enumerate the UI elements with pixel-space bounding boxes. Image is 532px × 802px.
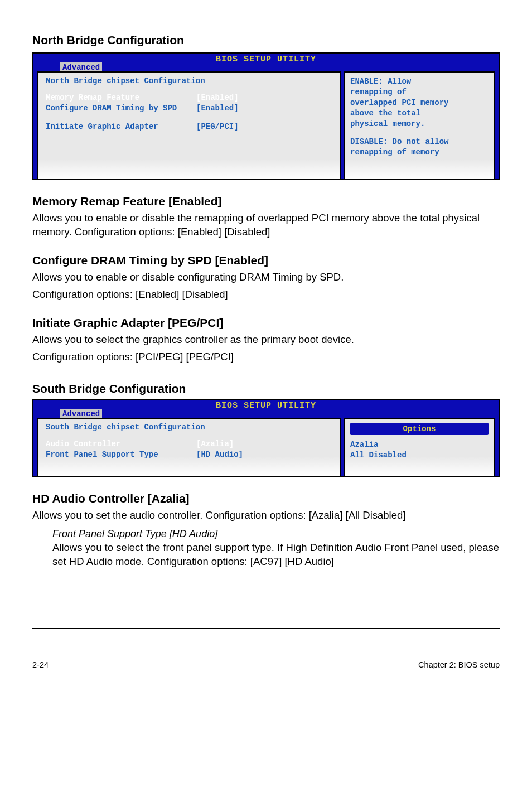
bios-row-value: [Azalia] [196, 439, 234, 450]
bios-row-value: [Enabled] [196, 103, 239, 114]
bios-title: BIOS SETUP UTILITY [33, 54, 499, 64]
heading-configure-dram: Configure DRAM Timing by SPD [Enabled] [32, 254, 500, 267]
bios-row-label: Memory Remap Feature [46, 93, 196, 103]
bios-row-configure-dram[interactable]: Configure DRAM Timing by SPD [Enabled] [46, 103, 332, 114]
paragraph-configure-dram: Allows you to enable or disable configur… [32, 270, 500, 284]
bios-row-value: [HD Audio] [196, 450, 243, 460]
bios-help-line: overlapped PCI memory [350, 98, 489, 108]
bios-options-header: Options [350, 423, 489, 435]
bios-help-line: above the total [350, 108, 489, 119]
bios-help-panel: ENABLE: Allow remapping of overlapped PC… [344, 71, 495, 179]
bios-help-panel: Options Azalia All Disabled [344, 418, 495, 476]
bios-panel-north-bridge: BIOS SETUP UTILITY Advanced North Bridge… [32, 52, 500, 180]
bios-option: All Disabled [350, 450, 489, 461]
bios-row-initiate-graphic[interactable]: Initiate Graphic Adapter [PEG/PCI] [46, 122, 332, 132]
page-footer: 2-24 Chapter 2: BIOS setup [0, 632, 532, 686]
bios-panel-heading: North Bridge chipset Configuration [46, 76, 332, 88]
bios-panel-heading: South Bridge chipset Configuration [46, 423, 332, 434]
bios-title: BIOS SETUP UTILITY [33, 400, 499, 410]
bios-help-line: remapping of [350, 87, 489, 98]
bios-row-front-panel[interactable]: Front Panel Support Type [HD Audio] [46, 450, 332, 460]
heading-south-bridge-config: South Bridge Configuration [32, 382, 500, 395]
heading-initiate-graphic: Initiate Graphic Adapter [PEG/PCI] [32, 316, 500, 330]
bios-panel-south-bridge: BIOS SETUP UTILITY Advanced South Bridge… [32, 399, 500, 477]
bios-row-label: Front Panel Support Type [46, 450, 196, 460]
paragraph-initiate-graphic: Allows you to select the graphics contro… [32, 333, 500, 347]
paragraph-memory-remap: Allows you to enable or disable the rema… [32, 211, 500, 239]
subheading-front-panel: Front Panel Support Type [HD Audio] [52, 528, 500, 540]
bios-option: Azalia [350, 439, 489, 450]
paragraph-hd-audio: Allows you to set the audio controller. … [32, 509, 500, 523]
bios-row-value: [PEG/PCI] [196, 122, 239, 132]
paragraph-front-panel: Allows you to select the front panel sup… [52, 541, 500, 569]
bios-help-line: remapping of memory [350, 147, 489, 158]
bios-row-label: Initiate Graphic Adapter [46, 122, 196, 132]
bios-left-panel: North Bridge chipset Configuration Memor… [37, 71, 341, 179]
heading-hd-audio: HD Audio Controller [Azalia] [32, 492, 500, 505]
bios-row-memory-remap[interactable]: Memory Remap Feature [Enabled] [46, 93, 332, 103]
footer-page-number: 2-24 [32, 660, 49, 669]
paragraph-configure-dram-options: Configuration options: [Enabled] [Disabl… [32, 288, 500, 302]
bios-help-line: physical memory. [350, 119, 489, 129]
bios-left-panel: South Bridge chipset Configuration Audio… [37, 418, 341, 476]
footer-divider [32, 628, 500, 629]
bios-row-value: [Enabled] [196, 93, 239, 103]
heading-north-bridge-config: North Bridge Configuration [32, 33, 500, 47]
footer-chapter: Chapter 2: BIOS setup [418, 660, 500, 669]
paragraph-initiate-graphic-options: Configuration options: [PCI/PEG] [PEG/PC… [32, 350, 500, 364]
bios-help-line: DISABLE: Do not allow [350, 137, 489, 147]
bios-help-line: ENABLE: Allow [350, 76, 489, 87]
bios-row-audio-controller[interactable]: Audio Controller [Azalia] [46, 439, 332, 450]
bios-row-label: Audio Controller [46, 439, 196, 450]
bios-row-label: Configure DRAM Timing by SPD [46, 103, 196, 114]
heading-memory-remap: Memory Remap Feature [Enabled] [32, 195, 500, 208]
